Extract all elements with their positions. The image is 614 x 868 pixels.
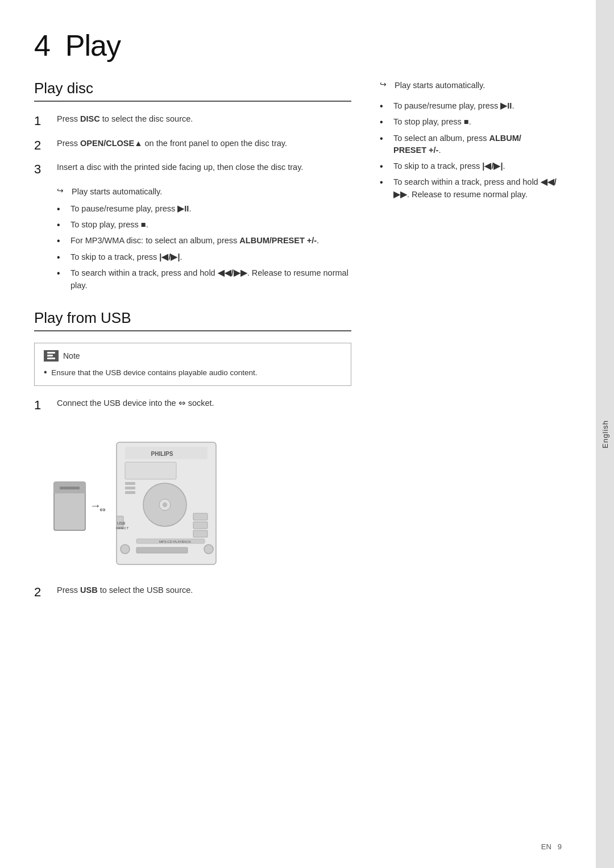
disc-bullet-2-text: To stop play, press ■. — [70, 219, 148, 231]
svg-rect-8 — [125, 462, 176, 479]
svg-rect-20 — [136, 547, 188, 553]
right-arrow-item: ↪ Play starts automatically. — [380, 80, 562, 92]
usb-step-1-text: Connect the USB device into the ⇔ socket… — [57, 397, 351, 410]
right-arrow-symbol: ↪ — [380, 80, 390, 89]
right-bullet-5: • To search within a track, press and ho… — [380, 176, 562, 201]
main-content: 4 Play Play disc 1 Press DISC to select … — [0, 0, 596, 868]
step-3: 3 Insert a disc with the printed side fa… — [34, 161, 351, 178]
svg-rect-9 — [125, 482, 135, 485]
right-bullet-4-text: To skip to a track, press |◀/▶|. — [393, 160, 505, 173]
svg-point-14 — [163, 502, 167, 507]
step-3-text: Insert a disc with the printed side faci… — [57, 161, 351, 174]
usb-step-1: 1 Connect the USB device into the ⇔ sock… — [34, 397, 351, 414]
page-container: English 4 Play Play disc 1 Press DISC to… — [0, 0, 614, 868]
svg-rect-23 — [193, 530, 208, 537]
right-bullet-4: • To skip to a track, press |◀/▶|. — [380, 160, 562, 173]
right-bullet-list: • To pause/resume play, press ▶II. • To … — [380, 100, 562, 201]
right-bullet-3-text: To select an album, press ALBUM/PRESET +… — [393, 132, 521, 157]
arrow-symbol: ↪ — [57, 186, 67, 195]
bullet-dot: • — [57, 219, 65, 231]
svg-point-24 — [204, 545, 213, 554]
bullet-dot: • — [380, 176, 388, 189]
bullet-dot: • — [57, 203, 65, 215]
usb-step-2-text: Press USB to select the USB source. — [57, 584, 351, 597]
svg-rect-22 — [193, 522, 208, 529]
right-bullet-1: • To pause/resume play, press ▶II. — [380, 100, 562, 113]
step-2: 2 Press OPEN/CLOSE▲ on the front panel t… — [34, 138, 351, 154]
disc-bullet-1: • To pause/resume play, press ▶II. — [57, 203, 351, 215]
two-col-layout: Play disc 1 Press DISC to select the dis… — [34, 80, 562, 617]
svg-text:DIRECT: DIRECT — [116, 526, 129, 530]
bullet-dot: • — [380, 116, 388, 128]
footer-page: 9 — [558, 842, 562, 851]
right-bullet-5-text: To search within a track, press and hold… — [393, 176, 562, 201]
step-3-number: 3 — [34, 161, 49, 178]
svg-text:MP3-CD PLAYBACK: MP3-CD PLAYBACK — [159, 540, 191, 543]
bullet-dot: • — [380, 100, 388, 113]
disc-bullet-2: • To stop play, press ■. — [57, 219, 351, 231]
step-1-text: Press DISC to select the disc source. — [57, 113, 351, 126]
note-icon — [44, 350, 59, 362]
bullet-dot: • — [380, 132, 388, 145]
step-1: 1 Press DISC to select the disc source. — [34, 113, 351, 130]
svg-text:⇔: ⇔ — [99, 505, 106, 514]
play-usb-title: Play from USB — [34, 309, 351, 331]
disc-bullet-3: • For MP3/WMA disc: to select an album, … — [57, 235, 351, 247]
disc-bullet-4-text: To skip to a track, press |◀/▶|. — [70, 251, 182, 264]
right-column: ↪ Play starts automatically. • To pause/… — [380, 80, 562, 617]
disc-bullet-list: • To pause/resume play, press ▶II. • To … — [57, 203, 351, 292]
disc-bullet-1-text: To pause/resume play, press ▶II. — [70, 203, 191, 215]
bullet-dot: • — [380, 160, 388, 173]
device-image: → ⇔ PHILIPS — [51, 425, 222, 573]
note-line-1 — [47, 352, 55, 354]
language-label: English — [601, 420, 609, 448]
play-disc-section: Play disc 1 Press DISC to select the dis… — [34, 80, 351, 292]
disc-bullet-4: • To skip to a track, press |◀/▶|. — [57, 251, 351, 264]
svg-point-25 — [121, 545, 130, 554]
right-bullet-2-text: To stop play, press ■. — [393, 116, 471, 128]
right-bullet-3: • To select an album, press ALBUM/PRESET… — [380, 132, 562, 157]
usb-step-1-number: 1 — [34, 397, 49, 414]
bullet-dot: • — [57, 251, 65, 264]
step-1-number: 1 — [34, 113, 49, 130]
disc-arrow-item: ↪ Play starts automatically. — [57, 186, 351, 198]
note-line-2 — [47, 355, 53, 356]
note-box: Note • Ensure that the USB device contai… — [34, 343, 351, 386]
left-column: Play disc 1 Press DISC to select the dis… — [34, 80, 351, 617]
note-lines — [47, 352, 55, 359]
note-label: Note — [63, 351, 80, 360]
disc-bullet-5-text: To search within a track, press and hold… — [70, 267, 351, 292]
play-usb-section: Play from USB Note — [34, 309, 351, 601]
footer-en: EN — [541, 842, 551, 851]
page-title: 4 Play — [34, 28, 562, 63]
svg-rect-11 — [125, 491, 135, 494]
svg-rect-10 — [125, 487, 135, 489]
note-content: • Ensure that the USB device contains pl… — [44, 366, 342, 379]
right-bullet-2: • To stop play, press ■. — [380, 116, 562, 128]
bullet-dot: • — [57, 267, 65, 280]
svg-rect-21 — [193, 513, 208, 520]
disc-bullet-5: • To search within a track, press and ho… — [57, 267, 351, 292]
device-svg: → ⇔ PHILIPS — [51, 425, 222, 573]
right-arrow-text: Play starts automatically. — [395, 80, 485, 92]
note-header: Note — [44, 350, 342, 362]
language-side-tab: English — [596, 0, 614, 868]
page-footer: EN 9 — [541, 842, 562, 851]
disc-arrow-text: Play starts automatically. — [72, 186, 162, 198]
svg-text:USB: USB — [117, 521, 126, 525]
svg-rect-2 — [60, 487, 80, 489]
disc-bullet-3-text: For MP3/WMA disc: to select an album, pr… — [70, 235, 319, 247]
note-line-3 — [47, 358, 55, 359]
svg-text:PHILIPS: PHILIPS — [151, 451, 173, 457]
usb-step-2: 2 Press USB to select the USB source. — [34, 584, 351, 601]
bullet-dot: • — [57, 235, 65, 247]
right-bullet-1-text: To pause/resume play, press ▶II. — [393, 100, 514, 113]
step-2-text: Press OPEN/CLOSE▲ on the front panel to … — [57, 138, 351, 150]
usb-step-2-number: 2 — [34, 584, 49, 601]
step-2-number: 2 — [34, 138, 49, 154]
play-disc-title: Play disc — [34, 80, 351, 102]
